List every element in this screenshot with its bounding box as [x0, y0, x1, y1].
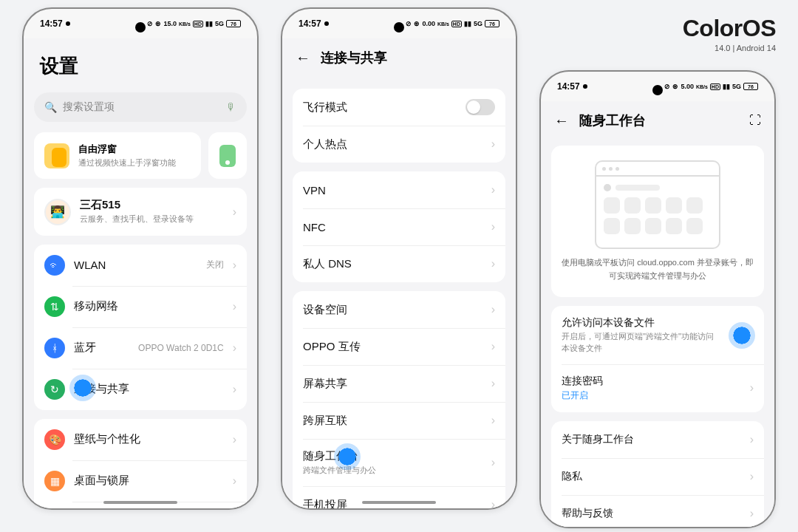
bluetooth-icon: ᚼ [44, 338, 65, 358]
row-dns[interactable]: 私人 DNS› [293, 245, 505, 282]
page-title: 连接与共享 [321, 49, 502, 66]
row-bluetooth[interactable]: ᚼ 蓝牙 OPPO Watch 2 0D1C › [34, 327, 247, 369]
scan-icon[interactable]: ⛶ [749, 114, 761, 127]
status-enabled: 已开启 [562, 389, 741, 402]
row-cast[interactable]: 手机投屏› [293, 486, 505, 508]
brand-logo: ColorOS [683, 15, 776, 42]
promo-title: 自由浮窗 [78, 143, 176, 156]
promo-secondary[interactable] [208, 132, 247, 179]
search-icon: 🔍 [44, 101, 57, 113]
row-allow-access[interactable]: 允许访问本设备文件 开启后，可通过网页端"跨端文件"功能访问本设备文件 [551, 306, 764, 364]
page-title: 设置 [34, 38, 247, 92]
row-connection-share[interactable]: ↻ 连接与共享 › [34, 369, 247, 410]
wallpaper-icon: 🎨 [44, 429, 65, 450]
search-placeholder: 搜索设置项 [63, 100, 115, 114]
row-nfc[interactable]: NFC› [293, 208, 505, 245]
status-bar: 14:57 ⊘⊛0.00KB/sHD▮▮5G76 [282, 9, 516, 38]
status-bar: 14:57 ⊘⊛15.0KB/sHD▮▮5G76 [24, 9, 257, 38]
row-help[interactable]: 帮助与反馈› [551, 495, 764, 527]
row-hotspot[interactable]: 个人热点 › [293, 126, 505, 163]
promo-sub: 通过视频快速上手浮窗功能 [78, 157, 176, 168]
toggle-airplane[interactable] [466, 99, 495, 115]
mobile-data-icon: ⇅ [44, 296, 65, 317]
row-airplane[interactable]: 飞行模式 [293, 89, 505, 126]
row-about[interactable]: 关于随身工作台› [551, 421, 764, 458]
promo-icon [44, 143, 69, 168]
page-title: 随身工作台 [579, 112, 739, 129]
account-name: 三石515 [80, 198, 224, 212]
chevron-right-icon: › [491, 137, 495, 151]
brand-version: 14.0 | Android 14 [683, 44, 776, 52]
row-cross-screen[interactable]: 跨屏互联› [293, 402, 505, 439]
row-screen-share[interactable]: 屏幕共享› [293, 365, 505, 402]
illustration-card: 使用电脑或平板访问 cloud.oppo.com 并登录账号，即可实现跨端文件管… [551, 146, 764, 297]
row-portable-workbench[interactable]: 随身工作台 跨端文件管理与办公 › [293, 439, 505, 486]
browser-illustration [595, 160, 720, 249]
back-button[interactable]: ← [296, 50, 310, 66]
wifi-icon: ᯤ [44, 255, 65, 276]
illustration-text: 使用电脑或平板访问 cloud.oppo.com 并登录账号，即可实现跨端文件管… [562, 256, 754, 282]
brand: ColorOS 14.0 | Android 14 [683, 15, 776, 52]
mic-icon[interactable]: 🎙 [226, 101, 236, 113]
search-input[interactable]: 🔍 搜索设置项 🎙 [34, 92, 247, 122]
chevron-right-icon: › [233, 341, 236, 355]
highlight-indicator [729, 322, 755, 349]
chevron-right-icon: › [233, 259, 236, 272]
phone-connection-share: 14:57 ⊘⊛0.00KB/sHD▮▮5G76 ← 连接与共享 飞行模式 个人… [281, 7, 517, 510]
row-mobile-data[interactable]: ⇅ 移动网络 › [34, 286, 247, 327]
chevron-right-icon: › [233, 300, 236, 313]
row-vpn[interactable]: VPN› [293, 171, 505, 208]
promo-card[interactable]: 自由浮窗 通过视频快速上手浮窗功能 [34, 132, 201, 179]
share-icon: ↻ [44, 379, 65, 400]
row-device-space[interactable]: 设备空间› [293, 291, 505, 328]
nav-bar[interactable] [103, 501, 177, 504]
chevron-right-icon: › [233, 383, 236, 396]
chevron-right-icon: › [233, 205, 236, 219]
row-connection-password[interactable]: 连接密码 已开启 › [551, 364, 764, 412]
chevron-right-icon: › [233, 474, 236, 488]
row-wallpaper[interactable]: 🎨 壁纸与个性化 › [34, 419, 247, 460]
back-button[interactable]: ← [554, 112, 569, 129]
row-wlan[interactable]: ᯤ WLAN 关闭 › [34, 245, 247, 286]
phone-settings: 14:57 ⊘⊛15.0KB/sHD▮▮5G76 设置 🔍 搜索设置项 🎙 自由… [22, 7, 259, 510]
status-bar: 14:57 ⊘⊛5.00KB/sHD▮▮5G76 [541, 72, 774, 101]
row-desktop[interactable]: ▦ 桌面与锁屏 › [34, 460, 247, 502]
row-oppo-share[interactable]: OPPO 互传› [293, 328, 505, 365]
nav-bar[interactable] [362, 501, 436, 504]
avatar: 👨‍💻 [44, 199, 71, 225]
desktop-icon: ▦ [44, 471, 65, 491]
phone-workbench: 14:57 ⊘⊛5.00KB/sHD▮▮5G76 ← 随身工作台 ⛶ 使用电脑或… [539, 70, 776, 528]
account-sub: 云服务、查找手机、登录设备等 [80, 214, 224, 225]
account-row[interactable]: 👨‍💻 三石515 云服务、查找手机、登录设备等 › [34, 188, 247, 235]
row-privacy[interactable]: 隐私› [551, 458, 764, 495]
chevron-right-icon: › [233, 433, 236, 446]
